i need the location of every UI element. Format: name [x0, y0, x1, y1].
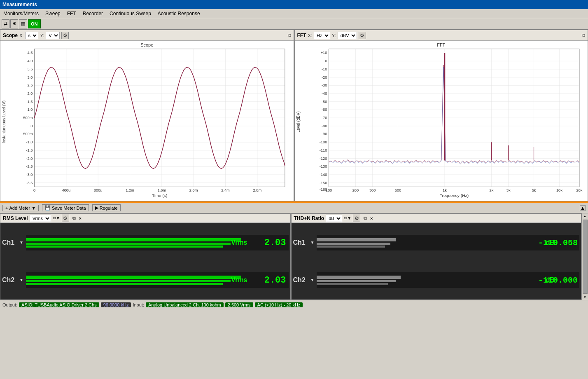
- add-meter-label: Add Meter: [9, 206, 30, 211]
- menu-recorder[interactable]: Recorder: [81, 10, 105, 17]
- svg-text:4.5: 4.5: [27, 51, 33, 55]
- svg-text:-2.0: -2.0: [26, 157, 33, 161]
- rms-expand-btn[interactable]: ⧉: [72, 215, 76, 221]
- scope-y-label: Y:: [40, 33, 44, 38]
- rms-ch2-value: 2.03: [264, 275, 286, 285]
- fft-x-label: X:: [308, 33, 312, 38]
- rms-ch1-row: Ch1 ▼ Vrms 2.03: [2, 225, 289, 260]
- side-scrollbar[interactable]: ▲ ▼: [581, 213, 588, 300]
- rms-ch1-dropdown[interactable]: ▼: [19, 240, 23, 245]
- toolbar-meter-btn[interactable]: ▦: [19, 19, 27, 28]
- thd-ch1-bar-1: [317, 238, 395, 241]
- rms-ch2-bar-top: [26, 276, 241, 279]
- svg-text:800u: 800u: [94, 189, 103, 193]
- svg-text:1.2m: 1.2m: [126, 189, 134, 193]
- scope-settings-btn[interactable]: ⚙: [61, 32, 69, 39]
- regulate-label: Regulate: [100, 206, 118, 211]
- thd-expand-btn[interactable]: ⧉: [364, 215, 367, 221]
- rms-ch1-bar: Vrms 2.03: [26, 235, 289, 250]
- thd-ch2-bar: -110.000 dB: [317, 272, 579, 288]
- svg-text:0: 0: [325, 59, 327, 63]
- thd-ch2-bar-3: [317, 283, 387, 285]
- thd-meter-panel: THD+N Ratio dB ✉▼ ⚙ ⧉ × Ch1 ▼ -110.058 d…: [291, 213, 582, 300]
- scope-svg: 4.5 4.0 3.5 3.0 2.5 2.0 1.5 1.0 500m 0 -…: [0, 41, 294, 201]
- svg-text:-1.5: -1.5: [26, 148, 33, 152]
- scope-expand-btn[interactable]: ⧉: [288, 33, 291, 38]
- svg-text:4.0: 4.0: [27, 59, 33, 63]
- svg-rect-0: [0, 41, 294, 201]
- save-meter-btn[interactable]: 💾 Save Meter Data: [42, 204, 89, 211]
- svg-text:Level (dBV): Level (dBV): [296, 111, 301, 132]
- add-icon: +: [5, 206, 8, 211]
- rms-ch2-dropdown[interactable]: ▼: [19, 278, 23, 282]
- rms-meter-content: Ch1 ▼ Vrms 2.03 Ch2 ▼ Vrms: [0, 223, 290, 299]
- svg-text:3.0: 3.0: [27, 75, 33, 80]
- thd-email-icon[interactable]: ✉▼: [344, 216, 351, 220]
- title-bar: Measurements: [0, 0, 588, 9]
- regulate-btn[interactable]: ▶ Regulate: [92, 204, 121, 211]
- thd-ch1-row: Ch1 ▼ -110.058 dB: [293, 225, 580, 260]
- thd-ch2-dropdown[interactable]: ▼: [310, 278, 315, 282]
- fft-x-select[interactable]: Hz: [314, 32, 330, 39]
- svg-text:500: 500: [394, 189, 401, 193]
- fft-settings-btn[interactable]: ⚙: [359, 32, 366, 39]
- rms-ch2-bar: Vrms 2.03: [26, 272, 289, 288]
- svg-text:-110: -110: [319, 148, 327, 152]
- rms-close-btn[interactable]: ×: [79, 216, 82, 221]
- svg-text:Frequency (Hz): Frequency (Hz): [439, 193, 469, 198]
- rms-ch1-value: 2.03: [264, 237, 286, 248]
- rms-unit-select[interactable]: Vrms: [30, 215, 51, 222]
- menu-bar: Monitors/Meters Sweep FFT Recorder Conti…: [0, 9, 588, 18]
- rms-ch2-bar-mid: [26, 280, 231, 282]
- fft-expand-btn[interactable]: ⧉: [582, 33, 585, 38]
- svg-text:-40: -40: [321, 91, 327, 96]
- fft-chart-area: FFT: [295, 41, 588, 201]
- menu-sweep[interactable]: Sweep: [44, 10, 62, 17]
- svg-text:-50: -50: [321, 100, 327, 104]
- svg-text:0: 0: [30, 124, 33, 128]
- scope-y-select[interactable]: V: [46, 32, 60, 39]
- svg-text:500m: 500m: [23, 116, 33, 120]
- fft-y-select[interactable]: dBV: [338, 32, 357, 39]
- input-filter-badge: AC (<10 Hz) - 20 kHz: [255, 302, 303, 307]
- thd-unit-select[interactable]: dB: [326, 215, 342, 222]
- scroll-up-btn[interactable]: ▲: [580, 205, 586, 211]
- toolbar-on-btn[interactable]: ON: [28, 19, 41, 28]
- toolbar: ⇄ ✱ ▦ ON: [0, 18, 588, 30]
- rms-email-icon[interactable]: ✉▼: [53, 216, 60, 220]
- scope-x-select[interactable]: s: [25, 32, 38, 39]
- toolbar-bluetooth-btn[interactable]: ✱: [10, 19, 18, 28]
- svg-text:2.8m: 2.8m: [253, 189, 262, 193]
- thd-ch1-bar: -110.058 dB: [317, 235, 579, 250]
- thd-close-btn[interactable]: ×: [370, 216, 373, 221]
- svg-text:2.4m: 2.4m: [221, 189, 230, 193]
- menu-acoustic-response[interactable]: Acoustic Response: [156, 10, 202, 17]
- thd-ch1-dropdown[interactable]: ▼: [310, 240, 315, 245]
- svg-text:-30: -30: [321, 83, 327, 87]
- menu-monitors-meters[interactable]: Monitors/Meters: [2, 10, 40, 17]
- save-icon: 💾: [45, 205, 51, 211]
- svg-text:-120: -120: [319, 157, 327, 161]
- sample-rate-badge: 96.0000 kHz: [101, 302, 131, 307]
- menu-continuous-sweep[interactable]: Continuous Sweep: [108, 10, 153, 17]
- svg-text:-140: -140: [319, 173, 327, 177]
- menu-fft[interactable]: FFT: [65, 10, 78, 17]
- add-meter-btn[interactable]: + Add Meter ▼: [2, 205, 39, 211]
- thd-settings-btn[interactable]: ⚙: [353, 215, 360, 222]
- thd-ch2-bar-2: [317, 280, 395, 282]
- thd-ch1-label: Ch1: [293, 239, 308, 246]
- scroll-arrow-down[interactable]: ▼: [583, 295, 588, 300]
- input-level-badge: 2.500 Vrms: [225, 302, 253, 307]
- svg-text:0: 0: [33, 189, 35, 193]
- scroll-thumb[interactable]: [583, 220, 588, 294]
- svg-text:-500m: -500m: [22, 132, 33, 136]
- svg-text:300: 300: [369, 189, 375, 193]
- svg-text:400u: 400u: [62, 189, 71, 193]
- thd-meter-title: THD+N Ratio: [294, 215, 324, 221]
- svg-text:-150: -150: [319, 181, 327, 185]
- rms-settings-btn[interactable]: ⚙: [62, 215, 69, 222]
- scope-chart-title: Scope: [140, 42, 153, 47]
- scroll-arrow-up[interactable]: ▲: [583, 213, 588, 219]
- toolbar-connect-btn[interactable]: ⇄: [2, 19, 9, 28]
- svg-text:1k: 1k: [443, 189, 447, 193]
